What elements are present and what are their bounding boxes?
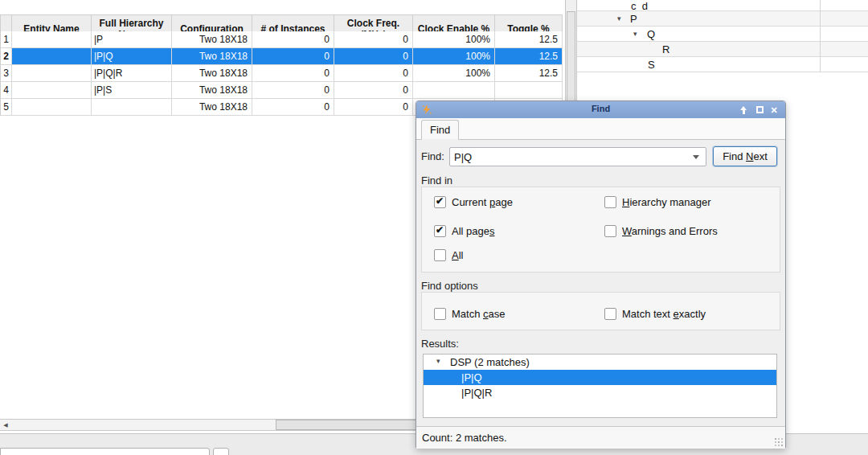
table-cell[interactable]: |P|Q|R	[92, 65, 172, 82]
row-number[interactable]: 1	[1, 31, 12, 48]
table-cell[interactable]: |P	[92, 31, 172, 48]
tree-row-c_d[interactable]: c_d	[577, 0, 868, 11]
table-cell[interactable]: 0	[252, 82, 334, 99]
table-cell-selected[interactable]: Two 18X18	[172, 48, 252, 65]
tree-row-q[interactable]: Q	[577, 27, 868, 42]
close-button[interactable]	[768, 104, 780, 116]
find-options-label: Find options	[421, 280, 478, 292]
maximize-icon	[756, 106, 764, 113]
results-group-dsp[interactable]: DSP (2 matches)	[424, 355, 776, 370]
table-cell[interactable]	[413, 82, 495, 99]
checkbox-hierarchy-manager[interactable]: Hierarchy manager	[604, 195, 711, 208]
checkbox-box[interactable]	[434, 249, 446, 261]
checkbox-box[interactable]	[604, 308, 616, 320]
find-next-button[interactable]: Find Next	[713, 146, 777, 166]
collapse-arrow-icon[interactable]	[633, 30, 637, 38]
table-cell[interactable]: 100%	[413, 65, 495, 82]
table-cell[interactable]: |P|S	[92, 82, 172, 99]
dialog-tabbar: Find	[416, 118, 785, 140]
scroll-left-arrow-icon[interactable]	[0, 420, 11, 430]
checkbox-label: Match text exactly	[622, 308, 706, 320]
table-cell[interactable]: 100%	[413, 31, 495, 48]
result-item[interactable]: |P|Q|R	[424, 385, 776, 400]
table-cell[interactable]: 0	[252, 65, 334, 82]
tree-row-label: c_d	[631, 0, 648, 11]
tree-row-label: P	[630, 13, 637, 25]
tab-find[interactable]: Find	[421, 120, 459, 140]
table-cell[interactable]: 0	[334, 99, 413, 116]
table-cell-selected[interactable]: 0	[334, 48, 413, 65]
results-label: Results:	[421, 338, 459, 350]
table-cell[interactable]	[12, 65, 92, 82]
table-cell-selected[interactable]: 0	[252, 48, 334, 65]
find-label: Find:	[421, 150, 444, 162]
resize-grip[interactable]	[775, 438, 783, 446]
checkbox-current-page[interactable]: Current page	[434, 195, 513, 208]
checkbox-box[interactable]	[604, 225, 616, 237]
checkbox-box[interactable]	[604, 196, 616, 208]
checkbox-label: Match case	[452, 308, 505, 320]
dialog-content: Find: Find Next Find in Current page All…	[416, 140, 785, 426]
row-number[interactable]: 4	[1, 82, 12, 99]
table-cell[interactable]: 12.5	[495, 31, 563, 48]
checkbox-all[interactable]: All	[434, 248, 463, 261]
checkbox-label: All pages	[452, 225, 494, 237]
table-cell[interactable]: Two 18X18	[172, 65, 252, 82]
row-number[interactable]: 2	[1, 48, 12, 65]
tree-row-label: S	[648, 59, 655, 71]
table-cell-selected[interactable]: 100%	[413, 48, 495, 65]
table-cell[interactable]: Two 18X18	[172, 31, 252, 48]
hierarchy-tree-pane: c_d P Q R S	[577, 0, 868, 74]
table-cell-selected[interactable]	[12, 48, 92, 65]
tree-row-r[interactable]: R	[577, 42, 868, 57]
dialog-titlebar[interactable]: Find	[416, 101, 785, 118]
checkbox-label: Warnings and Errors	[622, 225, 718, 237]
bottom-tab-fragment	[213, 448, 229, 455]
match-count-status: Count: 2 matches.	[422, 432, 507, 444]
collapse-arrow-icon[interactable]	[436, 357, 440, 365]
dialog-statusbar: Count: 2 matches.	[416, 426, 785, 449]
find-dialog: Find Find Find: Find Next Find in Curren…	[416, 100, 786, 449]
screen: Entity Name Full Hierarchy Name Configur…	[0, 0, 868, 455]
checkbox-match-case[interactable]: Match case	[434, 307, 505, 320]
checkbox-box[interactable]	[434, 308, 446, 320]
result-item-label: |P|Q	[461, 371, 482, 383]
shade-button[interactable]	[737, 104, 750, 116]
table-cell[interactable]: Two 18X18	[172, 99, 252, 116]
arrow-up-icon	[739, 106, 747, 114]
find-input[interactable]	[454, 150, 679, 164]
checkbox-all-pages[interactable]: All pages	[434, 224, 494, 237]
combobox-dropdown-arrow-icon[interactable]	[686, 148, 706, 166]
tree-column-divider	[820, 0, 821, 72]
checkbox-label: Hierarchy manager	[622, 196, 711, 208]
table-cell[interactable]: 0	[334, 65, 413, 82]
table-cell[interactable]	[12, 82, 92, 99]
table-cell[interactable]: 0	[334, 31, 413, 48]
result-item-selected[interactable]: |P|Q	[424, 370, 776, 385]
table-cell[interactable]: 12.5	[495, 65, 563, 82]
tree-row-s[interactable]: S	[577, 57, 868, 72]
checkbox-warnings-and-errors[interactable]: Warnings and Errors	[604, 224, 718, 237]
collapse-arrow-icon[interactable]	[617, 14, 621, 23]
table-cell[interactable]	[12, 31, 92, 48]
table-cell[interactable]	[92, 99, 172, 116]
table-cell[interactable]: 0	[334, 82, 413, 99]
table-cell-selected[interactable]: |P|Q	[92, 48, 172, 65]
checkbox-match-text-exactly[interactable]: Match text exactly	[604, 307, 706, 320]
find-combobox[interactable]	[449, 147, 706, 166]
row-number[interactable]: 3	[1, 65, 12, 82]
tree-row-p[interactable]: P	[577, 11, 868, 27]
find-in-label: Find in	[421, 174, 452, 187]
table-cell[interactable]: 0	[252, 99, 334, 116]
table-cell[interactable]: 0	[252, 31, 334, 48]
close-icon	[770, 104, 777, 116]
table-cell[interactable]	[12, 99, 92, 116]
table-cell[interactable]: Two 18X18	[172, 82, 252, 99]
row-number[interactable]: 5	[1, 99, 12, 116]
table-cell-selected[interactable]: 12.5	[495, 48, 563, 65]
maximize-button[interactable]	[753, 104, 766, 116]
checkbox-box[interactable]	[434, 196, 446, 208]
tree-row-label: R	[662, 43, 669, 55]
checkbox-box[interactable]	[434, 225, 446, 237]
table-cell[interactable]	[495, 82, 563, 99]
